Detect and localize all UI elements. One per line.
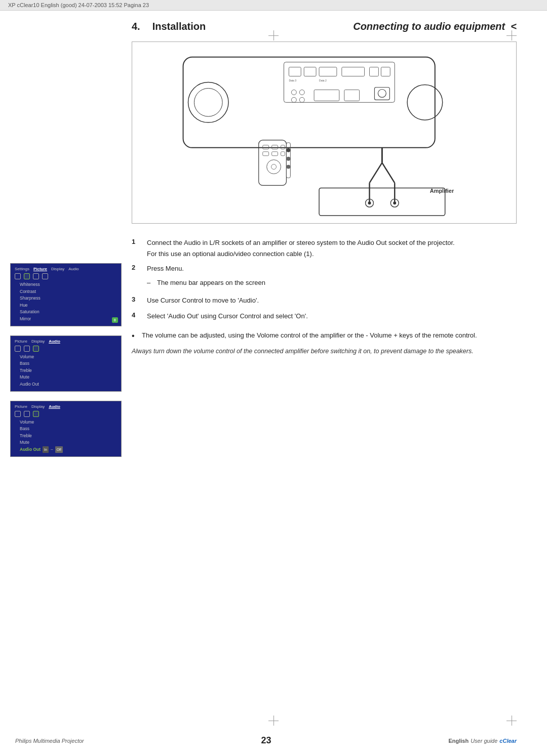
section-number: 4. [132, 21, 140, 32]
menu3-bass: Bass [20, 426, 117, 433]
screen-2-menu: Volume Bass Treble Mute Audio Out [15, 354, 117, 388]
step-1: 1 Connect the Audio in L/R sockets of an… [132, 238, 517, 259]
screen-badge: 8 [112, 317, 118, 323]
footer-page-number: 23 [261, 735, 271, 746]
screen-1: Settings Picture Display Audio Whiteness… [10, 263, 122, 326]
svg-rect-36 [263, 152, 269, 156]
menu3-mute: Mute [20, 439, 117, 446]
screen-3-tabs: Picture Display Audio [15, 404, 117, 409]
dash-note-text: The menu bar appears on the screen [157, 279, 265, 286]
svg-point-18 [378, 89, 386, 97]
step-4: 4 Select 'Audio Out' using Cursor Contro… [132, 311, 517, 321]
svg-rect-34 [272, 145, 278, 149]
step-1-sub: For this use an optional audio/video con… [147, 249, 517, 259]
tab-display: Display [51, 267, 64, 271]
menu3-volume: Volume [20, 419, 117, 426]
step-4-text: Select 'Audio Out' using Cursor Control … [147, 311, 517, 321]
screen-2: Picture Display Audio Volume Bass Treble… [10, 335, 122, 392]
svg-point-30 [393, 201, 396, 204]
step-2: 2 Press Menu. [132, 264, 517, 274]
crosshair-br [506, 716, 517, 726]
step-3: 3 Use Cursor Control to move to 'Audio'. [132, 296, 517, 306]
svg-text:Data 2: Data 2 [319, 79, 327, 82]
icon3-display [24, 411, 30, 417]
bullet-note-text: The volume can be adjusted, using the Vo… [142, 331, 477, 339]
step-1-text: Connect the Audio in L/R sockets of an a… [147, 238, 517, 259]
svg-rect-6 [304, 67, 316, 76]
italic-warning: Always turn down the volume control of t… [132, 347, 517, 356]
menu-hue: Hue [20, 302, 117, 309]
svg-point-43 [286, 157, 290, 161]
step-1-number: 1 [132, 238, 147, 245]
svg-point-16 [299, 97, 304, 102]
crosshair-bottom [268, 716, 279, 726]
dash-note: – The menu bar appears on the screen [147, 279, 517, 286]
screen-1-icons [15, 273, 117, 279]
icon-audio [42, 273, 48, 279]
svg-point-40 [271, 164, 277, 170]
menu-bass: Bass [20, 360, 117, 367]
screen-3-icons [15, 411, 117, 417]
svg-rect-5 [289, 67, 301, 76]
tab2-audio: Audio [49, 339, 60, 344]
icon-settings [15, 273, 21, 279]
svg-rect-8 [342, 67, 365, 76]
svg-point-44 [286, 165, 290, 169]
screen-2-icons [15, 346, 117, 352]
option-separator: – [51, 446, 53, 453]
header-bar: XP cClear10 English (good) 24-07-2003 15… [0, 0, 547, 11]
icon2-display [24, 346, 30, 352]
screen-1-tabs: Settings Picture Display Audio [15, 267, 117, 271]
screen-1-menu: Whiteness Contrast Sharpness Hue Saturat… [15, 281, 117, 323]
menu-audioout: Audio Out [20, 381, 117, 388]
svg-point-39 [267, 160, 281, 174]
svg-point-3 [407, 85, 443, 120]
tab-audio: Audio [68, 267, 79, 271]
footer: Philips Multimedia Projector 23 English … [0, 735, 547, 746]
icon3-picture [15, 411, 21, 417]
section-sub-title: Connecting to audio equipment < [353, 21, 517, 32]
header-text: XP cClear10 English (good) 24-07-2003 15… [8, 2, 149, 8]
menu-mute: Mute [20, 374, 117, 381]
menu-mirror: Mirror [20, 316, 117, 323]
icon2-picture [15, 346, 21, 352]
tab2-picture: Picture [15, 339, 27, 344]
svg-point-15 [291, 97, 296, 102]
diagram-box: Data 3 Data 2 [132, 41, 517, 224]
icon3-audio-active [33, 411, 39, 417]
title-row: 4. Installation Connecting to audio equi… [132, 21, 517, 32]
dash-symbol: – [147, 279, 157, 286]
screen-3: Picture Display Audio Volume Bass Treble… [10, 401, 122, 457]
menu-treble: Treble [20, 367, 117, 374]
svg-point-13 [291, 90, 296, 95]
menu-contrast: Contrast [20, 288, 117, 296]
footer-right: English User guide cClear [448, 738, 517, 744]
svg-point-42 [286, 148, 290, 152]
svg-rect-35 [281, 145, 285, 149]
svg-line-23 [382, 163, 395, 183]
svg-text:Data 3: Data 3 [289, 79, 296, 82]
svg-line-22 [370, 163, 382, 183]
screen-3-menu: Volume Bass Treble Mute Audio Out In – O… [15, 419, 117, 453]
icon-picture-active [24, 273, 30, 279]
step-4-number: 4 [132, 311, 147, 319]
svg-rect-33 [263, 145, 269, 149]
menu3-audioout-row: Audio Out In – Off [20, 446, 117, 453]
tab2-display: Display [31, 339, 45, 344]
icon-display [33, 273, 39, 279]
svg-rect-10 [381, 67, 390, 76]
footer-product: cClear [499, 738, 517, 744]
svg-rect-9 [370, 67, 379, 76]
menu3-audioout-label: Audio Out [20, 446, 41, 453]
svg-point-14 [299, 90, 304, 95]
svg-text:Amplifier: Amplifier [430, 188, 454, 194]
step-2-number: 2 [132, 264, 147, 271]
tab3-picture: Picture [15, 404, 27, 409]
option-in: In [43, 446, 49, 453]
svg-point-2 [194, 88, 222, 116]
section-main-title: Installation [152, 21, 206, 32]
svg-rect-7 [319, 67, 337, 76]
menu3-treble: Treble [20, 433, 117, 440]
left-screens: Settings Picture Display Audio Whiteness… [10, 263, 122, 466]
footer-guide-text: User guide [471, 738, 497, 744]
